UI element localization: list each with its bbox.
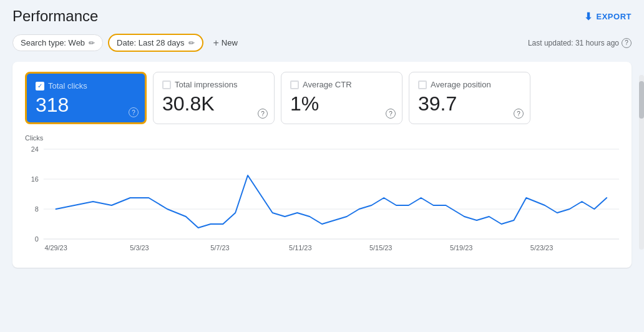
metric-header-total-clicks: Total clicks xyxy=(36,81,136,90)
export-button[interactable]: ⬇ EXPORT xyxy=(584,11,632,22)
chart-section: Clicks 24 16 8 0 xyxy=(25,132,619,268)
last-updated-help-icon[interactable]: ? xyxy=(622,38,632,48)
performance-page: Performance ⬇ EXPORT Search type: Web ✏ … xyxy=(0,0,644,332)
metric-help-icon-average-position[interactable]: ? xyxy=(514,109,524,119)
metric-label-average-position: Average position xyxy=(431,80,491,89)
metric-help-icon-average-ctr[interactable]: ? xyxy=(386,109,396,119)
metric-value-total-impressions: 30.8K xyxy=(162,93,265,115)
search-type-edit-icon: ✏ xyxy=(89,39,95,47)
export-icon: ⬇ xyxy=(584,11,593,22)
metric-checkbox-total-impressions[interactable] xyxy=(162,81,171,89)
svg-text:5/3/23: 5/3/23 xyxy=(130,244,149,251)
metric-checkbox-average-position[interactable] xyxy=(418,81,427,89)
export-label: EXPORT xyxy=(597,12,632,21)
svg-text:24: 24 xyxy=(31,145,39,153)
metric-label-total-impressions: Total impressions xyxy=(175,80,237,89)
scrollbar-thumb[interactable] xyxy=(639,81,644,119)
svg-text:5/15/23: 5/15/23 xyxy=(369,244,392,251)
chart-y-label: Clicks xyxy=(25,134,619,142)
metric-value-average-ctr: 1% xyxy=(290,93,393,115)
page-title: Performance xyxy=(12,7,98,25)
metric-value-total-clicks: 318 xyxy=(36,94,136,116)
metric-card-total-clicks[interactable]: Total clicks318? xyxy=(25,72,147,124)
plus-icon: + xyxy=(213,37,219,49)
date-filter[interactable]: Date: Last 28 days ✏ xyxy=(108,34,203,52)
metric-card-average-ctr[interactable]: Average CTR1%? xyxy=(281,72,402,124)
svg-text:0: 0 xyxy=(35,235,39,243)
page-header: Performance ⬇ EXPORT xyxy=(12,7,632,25)
date-edit-icon: ✏ xyxy=(188,39,195,47)
metric-card-average-position[interactable]: Average position39.7? xyxy=(409,72,530,124)
chart-svg: 24 16 8 0 4/29/23 5/3/23 5/7/23 5/11/23 … xyxy=(25,143,619,268)
metric-checkbox-average-ctr[interactable] xyxy=(290,81,299,89)
metric-value-average-position: 39.7 xyxy=(418,93,521,115)
last-updated: Last updated: 31 hours ago ? xyxy=(528,38,632,48)
metric-label-average-ctr: Average CTR xyxy=(303,80,352,89)
new-label: New xyxy=(222,38,238,47)
metrics-row: Total clicks318?Total impressions30.8K?A… xyxy=(25,72,619,124)
metric-checkbox-total-clicks[interactable] xyxy=(36,82,44,90)
svg-text:5/19/23: 5/19/23 xyxy=(450,244,472,251)
metric-help-icon-total-clicks[interactable]: ? xyxy=(129,107,139,117)
metric-label-total-clicks: Total clicks xyxy=(48,81,87,90)
svg-text:4/29/23: 4/29/23 xyxy=(44,244,67,251)
svg-text:5/11/23: 5/11/23 xyxy=(289,244,311,251)
metric-card-total-impressions[interactable]: Total impressions30.8K? xyxy=(153,72,275,124)
svg-text:8: 8 xyxy=(35,205,39,213)
search-type-label: Search type: Web xyxy=(21,38,85,47)
filters-row: Search type: Web ✏ Date: Last 28 days ✏ … xyxy=(12,34,632,52)
date-label: Date: Last 28 days xyxy=(117,38,184,47)
svg-text:16: 16 xyxy=(31,175,39,183)
main-card: Total clicks318?Total impressions30.8K?A… xyxy=(12,62,632,268)
svg-text:5/7/23: 5/7/23 xyxy=(210,244,229,251)
search-type-filter[interactable]: Search type: Web ✏ xyxy=(12,34,103,51)
chart-container: 24 16 8 0 4/29/23 5/3/23 5/7/23 5/11/23 … xyxy=(25,143,619,268)
new-filter-button[interactable]: + New xyxy=(208,34,243,52)
svg-text:5/23/23: 5/23/23 xyxy=(530,244,553,251)
metric-header-average-ctr: Average CTR xyxy=(290,80,393,89)
metric-header-total-impressions: Total impressions xyxy=(162,80,265,89)
last-updated-text: Last updated: 31 hours ago xyxy=(528,39,619,47)
scrollbar[interactable] xyxy=(639,75,644,250)
metric-help-icon-total-impressions[interactable]: ? xyxy=(258,109,268,119)
metric-header-average-position: Average position xyxy=(418,80,521,89)
